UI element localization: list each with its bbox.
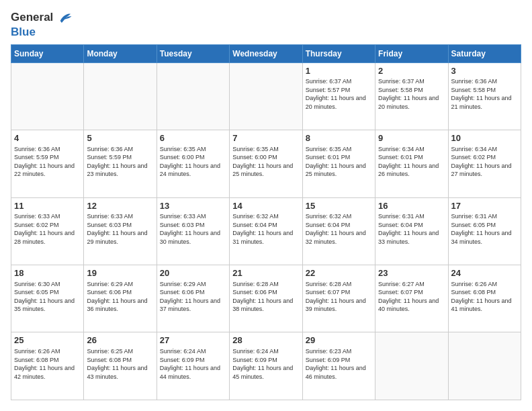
week-row: 11Sunrise: 6:33 AMSunset: 6:02 PMDayligh… [11, 197, 521, 265]
day-info: Sunrise: 6:28 AMSunset: 6:06 PMDaylight:… [232, 280, 299, 314]
day-cell [11, 62, 84, 130]
day-info: Sunrise: 6:37 AMSunset: 5:57 PMDaylight:… [306, 77, 372, 111]
day-cell: 13Sunrise: 6:33 AMSunset: 6:03 PMDayligh… [157, 197, 229, 265]
col-header-saturday: Saturday [448, 44, 521, 62]
day-info: Sunrise: 6:33 AMSunset: 6:03 PMDaylight:… [87, 212, 153, 246]
day-number: 8 [306, 132, 372, 144]
day-cell: 3Sunrise: 6:36 AMSunset: 5:58 PMDaylight… [448, 62, 521, 130]
day-number: 28 [232, 334, 299, 347]
day-cell: 7Sunrise: 6:35 AMSunset: 6:00 PMDaylight… [230, 130, 302, 197]
day-info: Sunrise: 6:32 AMSunset: 6:04 PMDaylight:… [306, 212, 372, 246]
day-number: 16 [378, 200, 445, 212]
col-header-sunday: Sunday [11, 44, 84, 62]
day-cell: 23Sunrise: 6:27 AMSunset: 6:07 PMDayligh… [375, 265, 448, 332]
week-row: 25Sunrise: 6:26 AMSunset: 6:08 PMDayligh… [11, 332, 521, 400]
day-number: 19 [87, 267, 153, 279]
day-info: Sunrise: 6:27 AMSunset: 6:07 PMDaylight:… [378, 280, 445, 314]
day-cell: 18Sunrise: 6:30 AMSunset: 6:05 PMDayligh… [11, 265, 84, 332]
day-cell: 5Sunrise: 6:36 AMSunset: 5:59 PMDaylight… [84, 130, 157, 197]
day-info: Sunrise: 6:28 AMSunset: 6:07 PMDaylight:… [306, 280, 372, 314]
day-info: Sunrise: 6:31 AMSunset: 6:05 PMDaylight:… [451, 212, 518, 246]
header: General Blue [11, 11, 521, 39]
day-cell: 8Sunrise: 6:35 AMSunset: 6:01 PMDaylight… [302, 130, 375, 197]
day-number: 6 [160, 132, 226, 144]
day-number: 7 [232, 132, 299, 144]
day-info: Sunrise: 6:35 AMSunset: 6:01 PMDaylight:… [306, 145, 372, 179]
day-cell: 28Sunrise: 6:24 AMSunset: 6:09 PMDayligh… [230, 332, 302, 400]
day-cell: 10Sunrise: 6:34 AMSunset: 6:02 PMDayligh… [448, 130, 521, 197]
day-cell: 15Sunrise: 6:32 AMSunset: 6:04 PMDayligh… [302, 197, 375, 265]
day-number: 23 [378, 267, 445, 279]
day-cell: 16Sunrise: 6:31 AMSunset: 6:04 PMDayligh… [375, 197, 448, 265]
day-number: 24 [451, 267, 518, 279]
day-info: Sunrise: 6:23 AMSunset: 6:09 PMDaylight:… [306, 347, 372, 381]
logo-bird-icon [58, 11, 73, 26]
day-cell: 2Sunrise: 6:37 AMSunset: 5:58 PMDaylight… [375, 62, 448, 130]
day-cell: 19Sunrise: 6:29 AMSunset: 6:06 PMDayligh… [84, 265, 157, 332]
day-number: 11 [14, 200, 81, 212]
day-number: 21 [232, 267, 299, 279]
day-info: Sunrise: 6:31 AMSunset: 6:04 PMDaylight:… [378, 212, 445, 246]
day-info: Sunrise: 6:36 AMSunset: 5:59 PMDaylight:… [87, 145, 153, 179]
day-cell [448, 332, 521, 400]
day-info: Sunrise: 6:36 AMSunset: 5:58 PMDaylight:… [451, 77, 518, 111]
day-number: 3 [451, 65, 518, 77]
day-cell: 26Sunrise: 6:25 AMSunset: 6:08 PMDayligh… [84, 332, 157, 400]
day-number: 12 [87, 200, 153, 212]
day-number: 10 [451, 132, 518, 144]
day-info: Sunrise: 6:29 AMSunset: 6:06 PMDaylight:… [87, 280, 153, 314]
day-info: Sunrise: 6:35 AMSunset: 6:00 PMDaylight:… [232, 145, 299, 179]
day-number: 20 [160, 267, 226, 279]
day-number: 25 [14, 334, 81, 347]
day-number: 29 [306, 334, 372, 347]
day-cell: 27Sunrise: 6:24 AMSunset: 6:09 PMDayligh… [157, 332, 229, 400]
day-cell [84, 62, 157, 130]
day-info: Sunrise: 6:30 AMSunset: 6:05 PMDaylight:… [14, 280, 81, 314]
day-number: 26 [87, 334, 153, 347]
day-cell: 24Sunrise: 6:26 AMSunset: 6:08 PMDayligh… [448, 265, 521, 332]
day-info: Sunrise: 6:34 AMSunset: 6:01 PMDaylight:… [378, 145, 445, 179]
day-cell [230, 62, 302, 130]
logo-blue: Blue [11, 26, 73, 39]
day-number: 22 [306, 267, 372, 279]
day-info: Sunrise: 6:33 AMSunset: 6:02 PMDaylight:… [14, 212, 81, 246]
day-info: Sunrise: 6:26 AMSunset: 6:08 PMDaylight:… [451, 280, 518, 314]
day-number: 2 [378, 65, 445, 77]
day-number: 14 [232, 200, 299, 212]
week-row: 1Sunrise: 6:37 AMSunset: 5:57 PMDaylight… [11, 62, 521, 130]
day-info: Sunrise: 6:26 AMSunset: 6:08 PMDaylight:… [14, 347, 81, 381]
col-header-monday: Monday [84, 44, 157, 62]
day-cell: 11Sunrise: 6:33 AMSunset: 6:02 PMDayligh… [11, 197, 84, 265]
day-cell: 20Sunrise: 6:29 AMSunset: 6:06 PMDayligh… [157, 265, 229, 332]
day-info: Sunrise: 6:33 AMSunset: 6:03 PMDaylight:… [160, 212, 226, 246]
day-number: 17 [451, 200, 518, 212]
day-number: 15 [306, 200, 372, 212]
day-cell: 9Sunrise: 6:34 AMSunset: 6:01 PMDaylight… [375, 130, 448, 197]
calendar: SundayMondayTuesdayWednesdayThursdayFrid… [11, 44, 521, 400]
day-number: 5 [87, 132, 153, 144]
day-info: Sunrise: 6:37 AMSunset: 5:58 PMDaylight:… [378, 77, 445, 111]
col-header-thursday: Thursday [302, 44, 375, 62]
col-header-tuesday: Tuesday [157, 44, 229, 62]
day-number: 18 [14, 267, 81, 279]
day-info: Sunrise: 6:34 AMSunset: 6:02 PMDaylight:… [451, 145, 518, 179]
day-number: 27 [160, 334, 226, 347]
col-header-friday: Friday [375, 44, 448, 62]
logo-general: General [11, 11, 73, 26]
day-cell: 29Sunrise: 6:23 AMSunset: 6:09 PMDayligh… [302, 332, 375, 400]
day-cell: 1Sunrise: 6:37 AMSunset: 5:57 PMDaylight… [302, 62, 375, 130]
day-info: Sunrise: 6:35 AMSunset: 6:00 PMDaylight:… [160, 145, 226, 179]
day-cell: 14Sunrise: 6:32 AMSunset: 6:04 PMDayligh… [230, 197, 302, 265]
day-cell: 22Sunrise: 6:28 AMSunset: 6:07 PMDayligh… [302, 265, 375, 332]
day-cell: 4Sunrise: 6:36 AMSunset: 5:59 PMDaylight… [11, 130, 84, 197]
day-info: Sunrise: 6:25 AMSunset: 6:08 PMDaylight:… [87, 347, 153, 381]
week-row: 4Sunrise: 6:36 AMSunset: 5:59 PMDaylight… [11, 130, 521, 197]
day-info: Sunrise: 6:32 AMSunset: 6:04 PMDaylight:… [232, 212, 299, 246]
day-cell: 21Sunrise: 6:28 AMSunset: 6:06 PMDayligh… [230, 265, 302, 332]
day-info: Sunrise: 6:24 AMSunset: 6:09 PMDaylight:… [160, 347, 226, 381]
week-row: 18Sunrise: 6:30 AMSunset: 6:05 PMDayligh… [11, 265, 521, 332]
col-header-wednesday: Wednesday [230, 44, 302, 62]
day-number: 9 [378, 132, 445, 144]
day-cell: 17Sunrise: 6:31 AMSunset: 6:05 PMDayligh… [448, 197, 521, 265]
logo: General Blue [11, 11, 73, 39]
